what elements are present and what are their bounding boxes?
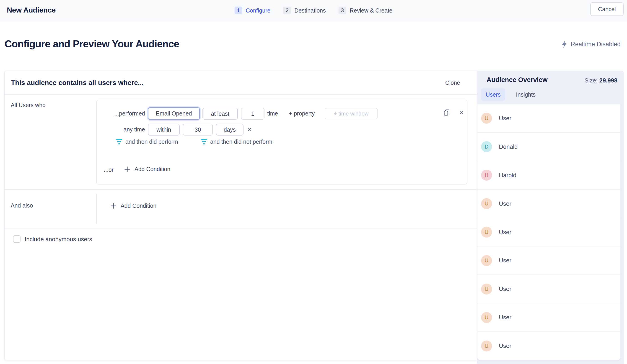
user-name: User bbox=[499, 115, 511, 122]
performed-label: ...performed bbox=[111, 110, 145, 117]
step-review-create[interactable]: 3Review & Create bbox=[339, 7, 393, 14]
overview-title: Audience Overview bbox=[487, 76, 548, 84]
user-name: User bbox=[499, 229, 511, 236]
and-also-label: And also bbox=[11, 202, 33, 209]
step-label: Destinations bbox=[294, 7, 326, 14]
anonymous-users-checkbox[interactable] bbox=[13, 235, 20, 243]
avatar: U bbox=[481, 227, 492, 238]
avatar: U bbox=[481, 341, 492, 352]
time-window-button[interactable]: + time window bbox=[325, 108, 377, 119]
user-name: Donald bbox=[499, 143, 518, 150]
list-item[interactable]: UUser bbox=[477, 218, 620, 246]
list-item[interactable]: UUser bbox=[477, 331, 620, 360]
list-item[interactable]: UUser bbox=[477, 189, 620, 218]
builder-card-header: This audience contains all users where..… bbox=[4, 71, 477, 95]
audience-size: Size: 29,998 bbox=[584, 77, 618, 84]
window-count-input[interactable] bbox=[183, 124, 213, 136]
clone-button[interactable]: Clone bbox=[445, 80, 460, 86]
audience-overview-panel: Audience Overview Size: 29,998 Users Ins… bbox=[477, 71, 624, 364]
add-or-condition-button[interactable]: Add Condition bbox=[124, 166, 170, 173]
anytime-label: any time bbox=[111, 126, 145, 133]
anonymous-users-label: Include anonymous users bbox=[25, 236, 92, 243]
avatar: U bbox=[481, 284, 492, 295]
all-users-section: All Users who ...performed Email Opened … bbox=[4, 95, 477, 190]
main-heading: Configure and Preview Your Audience bbox=[4, 38, 179, 50]
list-item[interactable]: UUser bbox=[477, 303, 620, 331]
plus-icon bbox=[124, 166, 130, 173]
step-number: 1 bbox=[235, 7, 242, 14]
tab-insights[interactable]: Insights bbox=[512, 88, 539, 101]
section-divider bbox=[96, 194, 97, 224]
remove-condition-button[interactable] bbox=[459, 110, 464, 115]
then-did-perform-label: and then did perform bbox=[125, 138, 178, 145]
top-bar: New Audience 1Configure2Destinations3Rev… bbox=[0, 0, 627, 21]
list-item[interactable]: UUser bbox=[477, 246, 620, 274]
list-item[interactable]: UUser bbox=[477, 274, 620, 303]
step-label: Review & Create bbox=[350, 7, 393, 14]
realtime-status: Realtime Disabled bbox=[562, 41, 621, 48]
then-did-perform-button[interactable]: and then did perform bbox=[116, 138, 178, 145]
wizard-stepper: 1Configure2Destinations3Review & Create bbox=[228, 0, 399, 21]
close-icon bbox=[459, 110, 464, 115]
list-item[interactable]: UUser bbox=[477, 104, 620, 132]
tab-users[interactable]: Users bbox=[481, 88, 505, 101]
add-and-condition-button[interactable]: Add Condition bbox=[110, 202, 157, 209]
cancel-button[interactable]: Cancel bbox=[590, 2, 624, 16]
lightning-icon bbox=[562, 41, 567, 48]
page-title: New Audience bbox=[7, 6, 56, 14]
user-name: User bbox=[499, 285, 511, 292]
avatar: U bbox=[481, 312, 492, 323]
avatar: U bbox=[481, 198, 492, 209]
event-select[interactable]: Email Opened bbox=[148, 107, 200, 120]
audience-builder-card: This audience contains all users where..… bbox=[4, 71, 477, 360]
step-configure[interactable]: 1Configure bbox=[235, 7, 270, 14]
avatar: H bbox=[481, 170, 492, 181]
group-label: All Users who bbox=[11, 102, 46, 108]
funnel-icon bbox=[116, 139, 122, 145]
add-and-condition-label: Add Condition bbox=[121, 202, 157, 209]
window-unit-select[interactable]: days bbox=[216, 124, 244, 136]
user-name: User bbox=[499, 342, 511, 349]
avatar: D bbox=[481, 141, 492, 152]
options-section: Include anonymous users bbox=[4, 228, 477, 361]
within-select[interactable]: within bbox=[148, 124, 180, 136]
close-icon bbox=[247, 127, 252, 132]
user-name: Harold bbox=[499, 172, 517, 179]
add-or-condition-label: Add Condition bbox=[135, 166, 170, 173]
duplicate-icon bbox=[443, 109, 451, 116]
then-did-not-perform-button[interactable]: and then did not perform bbox=[201, 138, 272, 145]
step-label: Configure bbox=[246, 7, 270, 14]
step-number: 3 bbox=[339, 7, 346, 14]
then-did-not-perform-label: and then did not perform bbox=[210, 138, 272, 145]
list-item[interactable]: HHarold bbox=[477, 161, 620, 189]
user-name: User bbox=[499, 200, 511, 207]
step-number: 2 bbox=[283, 7, 291, 14]
list-item[interactable]: DDonald bbox=[477, 132, 620, 161]
operator-select[interactable]: at least bbox=[203, 108, 238, 120]
add-property-button[interactable]: + property bbox=[289, 110, 315, 117]
user-name: User bbox=[499, 257, 511, 264]
user-list: UUserDDonaldHHaroldUUserUUserUUserUUserU… bbox=[477, 104, 620, 360]
funnel-icon bbox=[201, 139, 207, 145]
builder-card-title: This audience contains all users where..… bbox=[11, 79, 144, 87]
user-name: User bbox=[499, 314, 511, 321]
step-destinations[interactable]: 2Destinations bbox=[283, 7, 326, 14]
realtime-status-label: Realtime Disabled bbox=[571, 41, 621, 48]
and-also-section: And also Add Condition bbox=[4, 190, 477, 228]
remove-time-window-button[interactable] bbox=[247, 127, 252, 132]
avatar: U bbox=[481, 113, 492, 124]
avatar: U bbox=[481, 255, 492, 266]
size-label: Size: bbox=[584, 77, 598, 84]
plus-icon bbox=[110, 203, 116, 209]
or-label: ...or bbox=[104, 166, 113, 173]
count-input[interactable] bbox=[241, 108, 264, 120]
size-value: 29,998 bbox=[599, 77, 618, 84]
time-label: time bbox=[267, 110, 278, 117]
condition-group: ...performed Email Opened at least time … bbox=[96, 100, 468, 184]
duplicate-condition-button[interactable] bbox=[443, 109, 451, 116]
